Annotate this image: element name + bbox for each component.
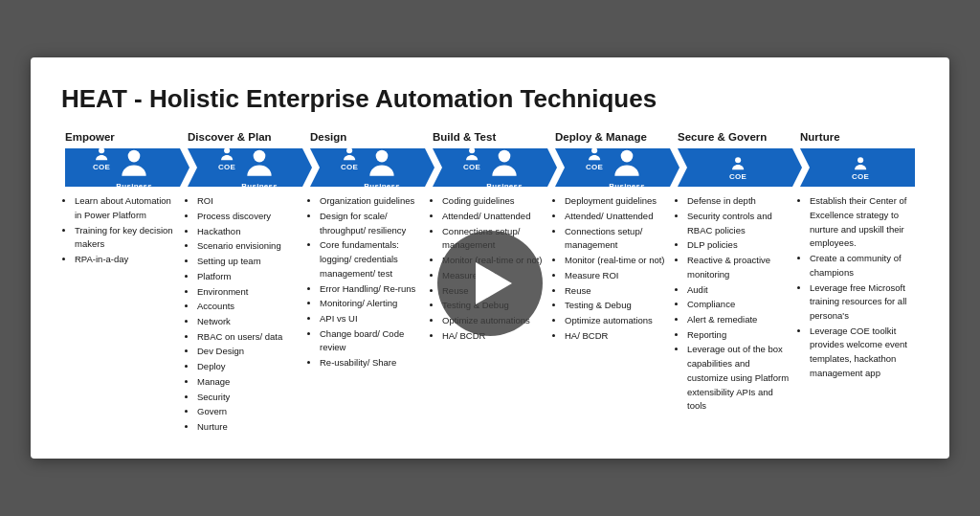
play-button[interactable]	[437, 231, 543, 336]
list-item: ROI	[197, 194, 302, 209]
person-group-deploy-manage: COE Business	[586, 146, 645, 191]
arrow-banner-design: COE Business	[310, 148, 425, 187]
list-item: Attended/ Unattended	[565, 210, 670, 224]
slide-title: HEAT - Holistic Enterprise Automation Te…	[61, 84, 919, 114]
person-item-business: Business	[364, 146, 400, 191]
list-item: Deployment guidelines	[565, 194, 670, 209]
list-item: Nurture	[197, 420, 302, 435]
list-item: HA/ BCDR	[565, 329, 670, 344]
svg-point-9	[621, 150, 634, 163]
person-label-coe: COE	[852, 172, 869, 181]
person-item-coe: COE	[218, 146, 235, 191]
person-group-design: COE Business	[341, 146, 400, 191]
play-triangle-icon	[476, 262, 512, 304]
svg-point-4	[346, 147, 352, 153]
list-item: Scenario envisioning	[197, 239, 302, 254]
svg-point-0	[99, 147, 104, 153]
svg-point-8	[591, 147, 597, 153]
arrow-shape-discover-plan: COE Business	[188, 148, 302, 187]
list-item: RPA-in-a-day	[75, 253, 180, 267]
list-item: Learn about Automation in Power Platform	[75, 194, 180, 222]
list-item: Audit	[687, 283, 792, 298]
list-item: Testing & Debug	[565, 299, 670, 313]
col-header-deploy-manage: Deploy & Manage	[555, 131, 670, 143]
col-header-empower: Empower	[65, 131, 180, 143]
svg-point-6	[469, 147, 475, 153]
list-item: Connections setup/ management	[565, 225, 670, 253]
svg-point-1	[128, 150, 141, 163]
list-item: Alert & remediate	[687, 313, 792, 327]
col-header-design: Design	[310, 131, 425, 143]
person-item-coe: COE	[729, 155, 746, 181]
person-group-build-test: COE Business	[463, 146, 523, 191]
person-item-business: Business	[241, 146, 278, 191]
col-secure-govern: Secure & Govern COEDefense in depthSecur…	[674, 131, 796, 436]
list-item: Training for key decision makers	[75, 224, 180, 252]
list-item: Reporting	[687, 328, 792, 343]
person-label-coe: COE	[586, 163, 603, 171]
list-item: Core fundamentals: logging/ credentials …	[320, 238, 425, 280]
list-item: Design for scale/ throughput/ resiliency	[320, 210, 425, 237]
person-group-discover-plan: COE Business	[218, 146, 278, 191]
arrow-shape-secure-govern: COE	[678, 148, 792, 187]
list-item: Error Handling/ Re-runs	[320, 282, 425, 297]
list-item: Reuse	[565, 284, 670, 299]
person-label-business: Business	[609, 182, 645, 191]
arrow-banner-empower: COE Business	[65, 148, 180, 187]
list-item: Reactive & proactive monitoring	[687, 254, 792, 281]
person-label-business: Business	[241, 182, 278, 191]
list-item: Monitor (real-time or not)	[565, 254, 670, 268]
person-label-coe: COE	[729, 172, 746, 181]
list-item: Establish their Center of Excellence str…	[810, 194, 915, 251]
list-item: Dev Design	[197, 345, 302, 359]
arrow-shape-empower: COE Business	[65, 148, 180, 187]
col-header-discover-plan: Discover & Plan	[188, 131, 302, 143]
list-item: Change board/ Code review	[320, 327, 425, 355]
svg-point-2	[224, 147, 230, 153]
list-item: Network	[197, 315, 302, 329]
arrow-banner-build-test: COE Business	[433, 148, 547, 187]
person-item-coe: COE	[93, 146, 110, 191]
list-item: Govern	[197, 405, 302, 419]
slide-container: HEAT - Holistic Enterprise Automation Te…	[31, 57, 949, 459]
person-item-business: Business	[609, 146, 645, 191]
list-item: Leverage COE toolkit provides welcome ev…	[810, 325, 915, 381]
col-header-secure-govern: Secure & Govern	[678, 131, 792, 143]
list-item: Leverage out of the box capabilities and…	[687, 343, 792, 414]
arrow-banner-discover-plan: COE Business	[188, 148, 302, 187]
arrow-shape-design: COE Business	[310, 148, 425, 187]
list-item: Optimize automations	[565, 314, 670, 328]
list-item: Setting up team	[197, 255, 302, 269]
list-item: Leverage free Microsoft training resourc…	[810, 281, 915, 324]
list-item: Platform	[197, 270, 302, 284]
bullet-list-deploy-manage: Deployment guidelinesAttended/ Unattende…	[555, 194, 670, 344]
person-group-empower: COE Business	[93, 146, 152, 191]
person-item-business: Business	[116, 146, 152, 191]
person-item-business: Business	[486, 146, 523, 191]
svg-point-10	[735, 157, 741, 163]
person-item-coe: COE	[463, 146, 480, 191]
person-group-secure-govern: COE	[729, 155, 746, 181]
col-deploy-manage: Deploy & Manage COE BusinessDeployment g…	[551, 131, 674, 436]
svg-point-5	[376, 150, 389, 163]
bullet-list-nurture: Establish their Center of Excellence str…	[800, 194, 915, 381]
arrow-shape-nurture: COE	[800, 148, 915, 187]
person-label-coe: COE	[463, 163, 480, 171]
list-item: Security controls and RBAC policies	[687, 210, 792, 237]
person-item-coe: COE	[852, 155, 869, 181]
col-design: Design COE BusinessOrganization guidelin…	[306, 131, 429, 436]
col-empower: Empower COE BusinessLearn about Automati…	[61, 131, 184, 436]
bullet-list-design: Organization guidelinesDesign for scale/…	[310, 194, 425, 371]
arrow-banner-secure-govern: COE	[678, 148, 792, 187]
list-item: Accounts	[197, 300, 302, 314]
list-item: RBAC on users/ data	[197, 330, 302, 345]
svg-point-11	[858, 157, 863, 163]
col-header-nurture: Nurture	[800, 131, 915, 143]
list-item: API vs UI	[320, 312, 425, 326]
bullet-list-discover-plan: ROIProcess discoveryHackathonScenario en…	[188, 194, 302, 436]
list-item: Re-usability/ Share	[320, 356, 425, 370]
list-item: Organization guidelines	[320, 194, 425, 209]
col-nurture: Nurture COEEstablish their Center of Exc…	[796, 131, 919, 436]
col-header-build-test: Build & Test	[433, 131, 547, 143]
arrow-shape-build-test: COE Business	[433, 148, 547, 187]
